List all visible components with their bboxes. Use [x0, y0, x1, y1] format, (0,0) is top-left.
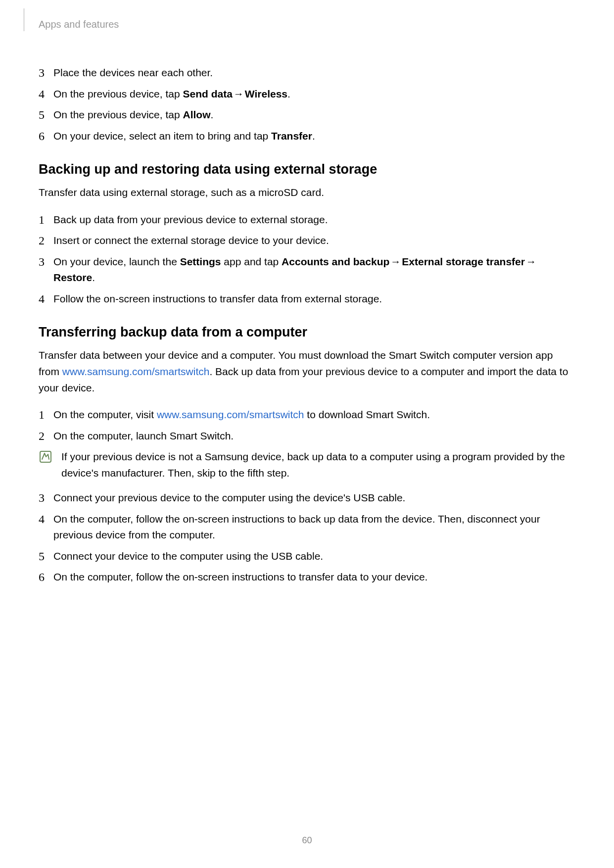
- steps-list-3a: On the computer, visit www.samsung.com/s…: [39, 407, 575, 444]
- step-text: Back up data from your previous device t…: [53, 214, 328, 225]
- step-bold: Settings: [180, 256, 221, 267]
- step-text: On the computer, visit: [53, 409, 157, 420]
- arrow-icon: →: [526, 254, 536, 270]
- breadcrumb-text: Apps and features: [32, 19, 119, 30]
- step-text: Insert or connect the external storage d…: [53, 235, 329, 246]
- step-bold: Send data: [183, 88, 233, 99]
- step-item: On the computer, follow the on-screen in…: [39, 569, 575, 585]
- step-text: On your device, select an item to bring …: [53, 130, 271, 142]
- section-heading: Transferring backup data from a computer: [39, 325, 575, 340]
- arrow-icon: →: [234, 86, 244, 102]
- step-text: On the computer, follow the on-screen in…: [53, 513, 540, 541]
- step-item: Connect your device to the computer usin…: [39, 548, 575, 565]
- steps-list-1: Place the devices near each other. On th…: [39, 65, 575, 144]
- step-text: On your device, launch the: [53, 256, 180, 267]
- step-text: Connect your previous device to the comp…: [53, 492, 405, 503]
- steps-list-3b: Connect your previous device to the comp…: [39, 490, 575, 585]
- section-intro: Transfer data using external storage, su…: [39, 185, 575, 201]
- step-text: to download Smart Switch.: [304, 409, 430, 420]
- step-text: On the computer, launch Smart Switch.: [53, 430, 234, 441]
- step-item: Back up data from your previous device t…: [39, 212, 575, 228]
- section-intro: Transfer data between your device and a …: [39, 347, 575, 396]
- step-item: On your device, launch the Settings app …: [39, 254, 575, 286]
- step-text: .: [92, 272, 95, 283]
- step-text: On the previous device, tap: [53, 88, 183, 99]
- breadcrumb: Apps and features: [24, 17, 561, 31]
- note-icon: [39, 450, 52, 464]
- step-bold: Accounts and backup: [282, 256, 389, 267]
- smartswitch-link[interactable]: www.samsung.com/smartswitch: [62, 366, 210, 377]
- step-text: .: [312, 130, 315, 142]
- step-bold: Wireless: [245, 88, 287, 99]
- page-number: 60: [0, 835, 614, 846]
- smartswitch-link[interactable]: www.samsung.com/smartswitch: [157, 409, 304, 420]
- step-text: Follow the on-screen instructions to tra…: [53, 293, 382, 304]
- step-item: On the previous device, tap Allow.: [39, 107, 575, 123]
- step-text: app and tap: [221, 256, 282, 267]
- step-text: On the previous device, tap: [53, 109, 183, 120]
- step-text: On the computer, follow the on-screen in…: [53, 571, 427, 582]
- step-bold: Allow: [183, 109, 211, 120]
- step-text: Connect your device to the computer usin…: [53, 550, 323, 562]
- step-item: Insert or connect the external storage d…: [39, 233, 575, 249]
- step-bold: Restore: [53, 272, 92, 283]
- note-callout: If your previous device is not a Samsung…: [39, 449, 575, 481]
- note-text: If your previous device is not a Samsung…: [61, 449, 575, 481]
- step-bold: External storage transfer: [402, 256, 525, 267]
- step-text: .: [211, 109, 214, 120]
- arrow-icon: →: [390, 254, 401, 270]
- step-bold: Transfer: [271, 130, 312, 142]
- step-item: Follow the on-screen instructions to tra…: [39, 291, 575, 307]
- section-heading: Backing up and restoring data using exte…: [39, 162, 575, 177]
- step-item: Connect your previous device to the comp…: [39, 490, 575, 506]
- steps-list-2: Back up data from your previous device t…: [39, 212, 575, 307]
- step-item: On the computer, follow the on-screen in…: [39, 511, 575, 543]
- step-text: .: [287, 88, 290, 99]
- step-item: On the previous device, tap Send data → …: [39, 86, 575, 102]
- step-item: On your device, select an item to bring …: [39, 128, 575, 145]
- step-item: On the computer, launch Smart Switch.: [39, 428, 575, 444]
- step-item: On the computer, visit www.samsung.com/s…: [39, 407, 575, 423]
- step-text: Place the devices near each other.: [53, 67, 213, 78]
- step-item: Place the devices near each other.: [39, 65, 575, 81]
